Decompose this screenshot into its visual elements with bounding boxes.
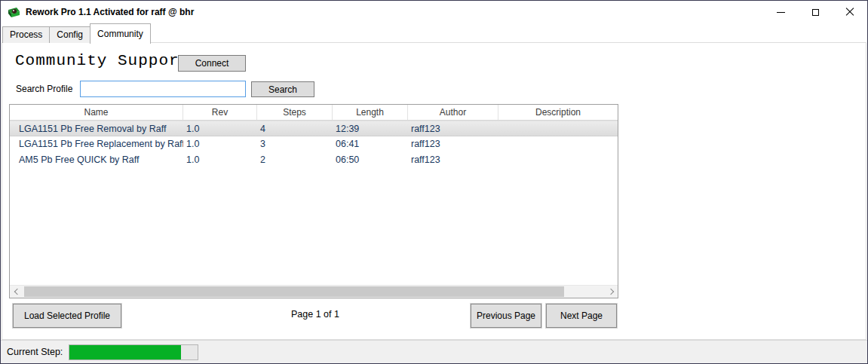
close-button[interactable]: [833, 1, 867, 23]
tab-process[interactable]: Process: [2, 26, 50, 43]
table-row[interactable]: AM5 Pb Free QUICK by Raff 1.0 2 06:50 ra…: [10, 152, 618, 168]
column-header-description[interactable]: Description: [498, 105, 618, 120]
cell-author: raff123: [408, 136, 498, 152]
app-window: Rework Pro 1.1 Activated for raff @ bhr …: [0, 0, 868, 364]
load-selected-profile-button[interactable]: Load Selected Profile: [13, 304, 121, 328]
cell-author: raff123: [408, 121, 498, 136]
minimize-icon: [777, 12, 785, 13]
profiles-table: Name Rev Steps Length Author Description…: [9, 104, 618, 298]
cell-description: [498, 121, 618, 136]
cell-author: raff123: [408, 152, 498, 168]
table-row[interactable]: LGA1151 Pb Free Replacement by Raff 1.0 …: [10, 136, 618, 152]
search-input[interactable]: [80, 81, 246, 97]
cell-steps: 2: [257, 152, 333, 168]
cell-length: 06:50: [333, 152, 408, 168]
scroll-right-button[interactable]: [605, 286, 618, 298]
table-row[interactable]: LGA1151 Pb Free Removal by Raff 1.0 4 12…: [10, 121, 618, 136]
column-header-length[interactable]: Length: [333, 105, 408, 120]
column-header-steps[interactable]: Steps: [257, 105, 333, 120]
tab-community[interactable]: Community: [90, 23, 151, 44]
cell-rev: 1.0: [183, 152, 257, 168]
cell-steps: 3: [257, 136, 333, 152]
chevron-left-icon: [14, 289, 20, 295]
cell-name: LGA1151 Pb Free Replacement by Raff: [10, 136, 183, 152]
progress-fill: [69, 345, 181, 359]
caption-buttons: [763, 1, 867, 23]
search-button[interactable]: Search: [251, 81, 314, 97]
cell-rev: 1.0: [183, 121, 257, 136]
chevron-right-icon: [607, 289, 613, 295]
current-step-label: Current Step:: [7, 347, 63, 357]
connect-button[interactable]: Connect: [178, 55, 246, 72]
tab-strip: Process Config Community: [2, 23, 150, 43]
next-page-button[interactable]: Next Page: [546, 304, 617, 328]
horizontal-scrollbar[interactable]: [10, 285, 618, 298]
cell-description: [498, 152, 618, 168]
current-step-progressbar: [69, 344, 198, 360]
app-icon: [8, 7, 20, 18]
scrollbar-thumb[interactable]: [24, 286, 564, 297]
community-tab-page: Community Support Connect Search Profile…: [2, 42, 866, 340]
page-indicator: Page 1 of 1: [259, 309, 372, 320]
cell-name: LGA1151 Pb Free Removal by Raff: [10, 121, 183, 136]
scroll-left-button[interactable]: [10, 286, 23, 298]
close-icon: [845, 8, 854, 17]
cell-name: AM5 Pb Free QUICK by Raff: [10, 152, 183, 168]
titlebar: Rework Pro 1.1 Activated for raff @ bhr: [1, 1, 867, 23]
maximize-icon: [812, 9, 819, 16]
table-header: Name Rev Steps Length Author Description: [10, 105, 618, 121]
column-header-name[interactable]: Name: [10, 105, 183, 120]
status-strip: Current Step:: [1, 340, 867, 363]
maximize-button[interactable]: [798, 1, 833, 23]
window-title: Rework Pro 1.1 Activated for raff @ bhr: [26, 7, 194, 17]
tab-config[interactable]: Config: [49, 26, 90, 43]
cell-steps: 4: [257, 121, 333, 136]
column-header-author[interactable]: Author: [408, 105, 498, 120]
cell-length: 06:41: [333, 136, 408, 152]
column-header-rev[interactable]: Rev: [183, 105, 257, 120]
cell-rev: 1.0: [183, 136, 257, 152]
minimize-button[interactable]: [763, 1, 798, 23]
cell-length: 12:39: [333, 121, 408, 136]
search-profile-label: Search Profile: [16, 84, 72, 94]
previous-page-button[interactable]: Previous Page: [471, 304, 541, 328]
cell-description: [498, 136, 618, 152]
page-title: Community Support: [15, 52, 189, 69]
